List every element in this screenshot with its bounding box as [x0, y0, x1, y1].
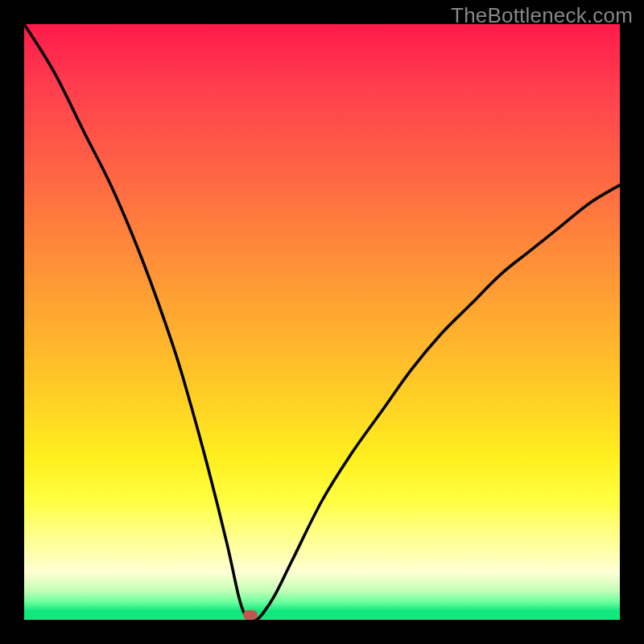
optimum-marker — [243, 610, 258, 620]
chart-frame: TheBottleneck.com — [0, 0, 644, 644]
bottleneck-curve — [24, 24, 620, 620]
plot-area — [24, 24, 620, 620]
